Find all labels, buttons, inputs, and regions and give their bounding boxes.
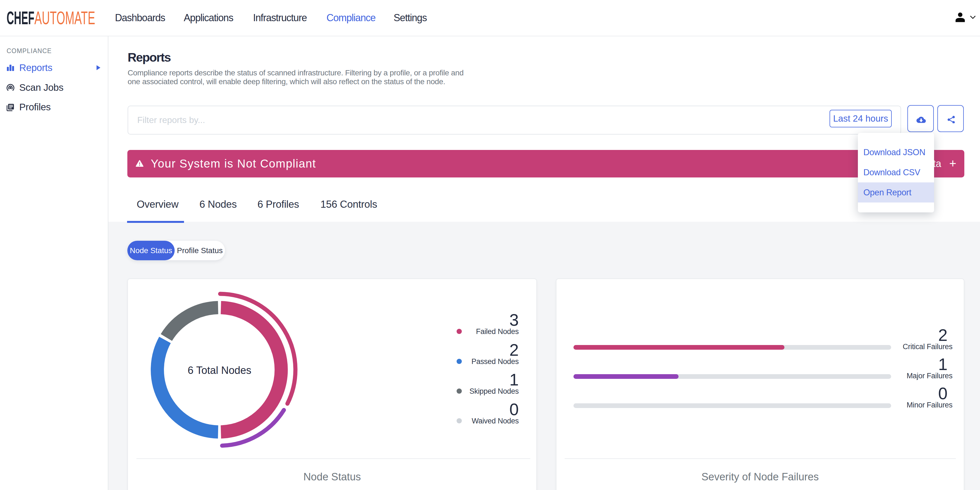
svg-text:CHEF: CHEF xyxy=(6,8,34,28)
svg-text:AUTOMATE: AUTOMATE xyxy=(34,8,95,28)
svg-text:6 Total Nodes: 6 Total Nodes xyxy=(188,364,251,376)
